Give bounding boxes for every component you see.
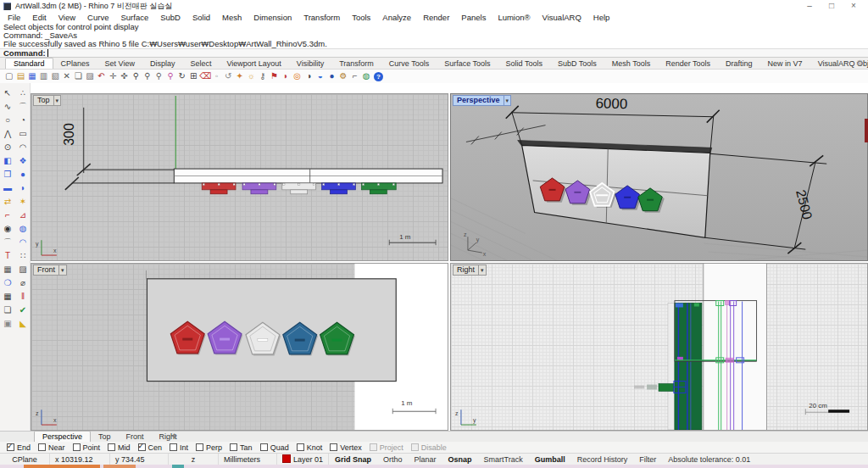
units-indicator[interactable]: Millimeters [219,454,277,465]
command-prompt[interactable]: Command: [0,48,868,58]
viewport-perspective-title[interactable]: Perspective ▾ [453,95,511,106]
panel-icon[interactable]: ⌐ [349,70,361,83]
osnap-toggle[interactable]: Knot [297,443,323,452]
viewport-top-title[interactable]: Top ▾ [33,95,61,106]
menu-item[interactable]: Curve [81,13,114,22]
drafting-tool[interactable]: ❏ [4,304,12,317]
menu-item[interactable]: SubD [154,13,186,22]
checkbox[interactable] [260,443,268,451]
viewport-front-title[interactable]: Front ▾ [33,265,67,276]
boolean-difference-tool[interactable]: ◍ [19,222,27,236]
polyline-tool[interactable]: ⋀ [4,127,11,141]
checkbox[interactable] [370,443,377,451]
surface-corner-tool[interactable]: ❖ [19,154,27,168]
toolbar-tab[interactable]: Set View [97,58,142,69]
viewport-top[interactable]: Top ▾ 300 [31,93,448,261]
menu-item[interactable]: VisualARQ [537,13,587,22]
spotlight-tool[interactable]: ◣ [19,317,26,331]
select-tool[interactable]: ↖ [4,86,11,100]
status-toggle[interactable]: SmartTrack [478,454,529,465]
earth-icon[interactable]: ◍ [360,70,372,83]
rotate-view-icon[interactable]: ↻ [176,70,188,83]
control-point-curve-tool[interactable]: ∿ [4,100,11,114]
menu-item[interactable]: Help [587,13,616,22]
chevron-down-icon[interactable]: ▾ [59,265,67,276]
status-toggle[interactable]: Planar [409,454,442,465]
checkbox[interactable] [170,443,177,451]
menu-item[interactable]: File [2,13,26,22]
solid-fillet-tool[interactable]: ❍ [4,276,12,290]
viewport-tab[interactable]: Top [91,432,119,442]
point-edit-tool[interactable]: ∴ [20,86,25,100]
toolbar-tab[interactable]: Solid Tools [498,58,550,69]
hide-icon[interactable]: ⌫ [199,70,211,83]
osnap-toggle[interactable]: Project [370,443,403,452]
toolbar-tab[interactable]: CPlanes [53,58,97,69]
menu-item[interactable]: Transform [298,13,346,22]
surface-tool[interactable]: ◧ [3,154,11,168]
render-sphere-icon[interactable]: ● [326,70,338,83]
pentagon-white-side[interactable] [668,304,675,430]
cut-icon[interactable]: ✕ [61,70,73,83]
render-swoosh-icon[interactable]: ◗ [280,70,292,83]
toolbar-tab[interactable]: Display [142,58,183,69]
hatch-tool[interactable]: ▨ [19,263,26,276]
new-file-icon[interactable]: ▢ [3,70,15,83]
viewport-tab[interactable]: Front [119,432,152,442]
osnap-toggle[interactable]: Vertex [330,443,362,452]
sphere-tool[interactable]: ● [20,168,25,181]
toolbar-tab[interactable]: Visibility [289,58,331,69]
camera-tool[interactable]: ▣ [3,317,11,331]
status-toggle[interactable]: Osnap [442,454,478,465]
status-toggle[interactable]: Grid Snap [329,454,377,465]
toolbar-tab[interactable]: Standard [5,58,53,69]
open-file-icon[interactable]: ▤ [15,70,27,83]
menu-item[interactable]: Mesh [216,13,248,22]
toolbar-tab[interactable]: Drafting [718,58,760,69]
toolbar-tab[interactable]: Surface Tools [437,58,498,69]
scale-icon[interactable]: ✦ [234,70,246,83]
text-tool[interactable]: T [5,249,10,263]
measure-tool[interactable]: ⌀ [20,276,25,290]
menu-item[interactable]: View [53,13,81,22]
chevron-down-icon[interactable]: ▾ [54,95,62,106]
arc-tool[interactable]: ◠ [19,141,27,154]
osnap-toggle[interactable]: Near [38,443,65,452]
rotate-object-icon[interactable]: ↺ [222,70,234,83]
status-toggle[interactable]: Record History [571,454,634,465]
checkbox[interactable] [138,443,146,451]
menu-item[interactable]: Render [417,13,455,22]
menu-item[interactable]: Tools [346,13,376,22]
osnap-toggle[interactable]: Disable [411,443,447,452]
new-viewport-tab-icon[interactable]: ❖ [166,432,182,442]
menu-item[interactable]: Edit [26,13,52,22]
zoom-window-icon[interactable]: ⚲ [142,70,153,83]
split-tool[interactable]: ⊿ [19,209,26,222]
material-sphere-icon[interactable]: ◑ [303,70,314,83]
print-icon[interactable]: ▥ [38,70,50,83]
paste-icon[interactable]: ▨ [84,70,96,83]
render-circle-icon[interactable]: ◎ [292,70,303,83]
environment-sphere-icon[interactable]: ◒ [314,70,326,83]
checkbox[interactable] [73,443,81,451]
checkbox[interactable] [196,443,203,451]
menu-item[interactable]: Surface [114,13,154,22]
pentagon-green-plan[interactable] [361,183,396,194]
viewport-right[interactable]: Right ▾ [450,263,868,431]
circle-tool[interactable]: ○ [5,114,10,127]
toolbar-tab[interactable]: Viewport Layout [219,58,288,69]
drape-tool[interactable]: ◗ [20,181,25,195]
undo-icon[interactable]: ↶ [96,70,108,83]
curve-handle-tool[interactable]: ⌒ [19,100,27,114]
close-button[interactable]: × [843,0,865,12]
chevron-down-icon[interactable]: ▾ [479,265,487,276]
osnap-toggle[interactable]: Int [170,443,188,452]
toolbar-tab[interactable]: Render Tools [658,58,718,69]
gear-icon[interactable]: ⚙ [856,58,864,68]
osnap-toggle[interactable]: End [7,443,31,452]
box-tool[interactable]: ❒ [4,168,12,181]
zoom-dynamic-icon[interactable]: ⚲ [153,70,165,83]
point-array-tool[interactable]: ∷ [20,249,25,263]
status-toggle[interactable]: Gumball [529,454,571,465]
checkbox[interactable] [330,443,337,451]
